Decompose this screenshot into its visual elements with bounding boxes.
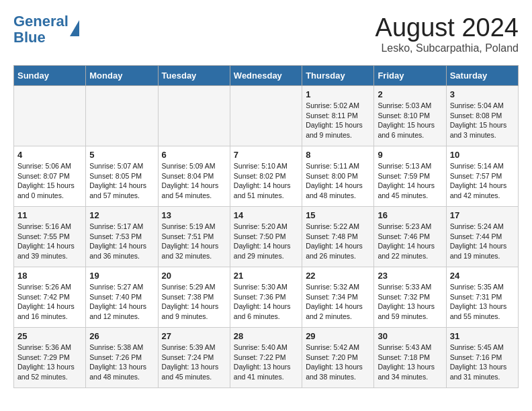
day-cell (86, 86, 158, 146)
day-number: 25 (17, 331, 82, 341)
day-cell: 12Sunrise: 5:17 AMSunset: 7:53 PMDayligh… (86, 207, 158, 267)
logo: GeneralBlue (13, 13, 79, 46)
day-cell (14, 86, 86, 146)
day-cell: 30Sunrise: 5:43 AMSunset: 7:18 PMDayligh… (374, 328, 446, 388)
day-cell: 13Sunrise: 5:19 AMSunset: 7:51 PMDayligh… (158, 207, 230, 267)
day-cell: 21Sunrise: 5:30 AMSunset: 7:36 PMDayligh… (230, 267, 302, 328)
day-cell: 17Sunrise: 5:24 AMSunset: 7:44 PMDayligh… (446, 207, 518, 267)
day-number: 10 (450, 150, 515, 160)
day-cell: 5Sunrise: 5:07 AMSunset: 8:05 PMDaylight… (86, 146, 158, 207)
weekday-friday: Friday (374, 66, 446, 86)
day-number: 21 (234, 271, 298, 281)
day-number: 31 (450, 331, 515, 341)
day-cell: 26Sunrise: 5:38 AMSunset: 7:26 PMDayligh… (86, 328, 158, 388)
day-cell: 31Sunrise: 5:45 AMSunset: 7:16 PMDayligh… (446, 328, 518, 388)
day-info: Sunrise: 5:38 AMSunset: 7:26 PMDaylight:… (89, 342, 154, 382)
weekday-sunday: Sunday (14, 66, 86, 86)
day-info: Sunrise: 5:11 AMSunset: 8:00 PMDaylight:… (306, 161, 370, 201)
day-number: 20 (162, 271, 226, 281)
day-info: Sunrise: 5:23 AMSunset: 7:46 PMDaylight:… (378, 222, 442, 261)
week-row-4: 18Sunrise: 5:26 AMSunset: 7:42 PMDayligh… (14, 267, 519, 328)
day-info: Sunrise: 5:33 AMSunset: 7:32 PMDaylight:… (378, 282, 442, 322)
weekday-monday: Monday (86, 66, 158, 86)
day-info: Sunrise: 5:06 AMSunset: 8:07 PMDaylight:… (17, 161, 82, 201)
day-cell: 4Sunrise: 5:06 AMSunset: 8:07 PMDaylight… (14, 146, 86, 207)
day-cell: 25Sunrise: 5:36 AMSunset: 7:29 PMDayligh… (14, 328, 86, 388)
month-title: August 2024 (375, 13, 519, 42)
day-info: Sunrise: 5:43 AMSunset: 7:18 PMDaylight:… (378, 342, 442, 382)
day-cell: 9Sunrise: 5:13 AMSunset: 7:59 PMDaylight… (374, 146, 446, 207)
day-number: 24 (450, 271, 515, 281)
day-info: Sunrise: 5:09 AMSunset: 8:04 PMDaylight:… (162, 161, 226, 201)
calendar-body: 1Sunrise: 5:02 AMSunset: 8:11 PMDaylight… (14, 86, 519, 388)
weekday-wednesday: Wednesday (230, 66, 302, 86)
day-info: Sunrise: 5:10 AMSunset: 8:02 PMDaylight:… (234, 161, 298, 201)
day-cell: 16Sunrise: 5:23 AMSunset: 7:46 PMDayligh… (374, 207, 446, 267)
day-cell: 22Sunrise: 5:32 AMSunset: 7:34 PMDayligh… (302, 267, 374, 328)
day-cell: 28Sunrise: 5:40 AMSunset: 7:22 PMDayligh… (230, 328, 302, 388)
day-cell: 24Sunrise: 5:35 AMSunset: 7:31 PMDayligh… (446, 267, 518, 328)
day-info: Sunrise: 5:36 AMSunset: 7:29 PMDaylight:… (17, 342, 82, 382)
day-info: Sunrise: 5:03 AMSunset: 8:10 PMDaylight:… (378, 101, 442, 140)
day-number: 15 (306, 210, 370, 220)
day-number: 26 (89, 331, 154, 341)
day-info: Sunrise: 5:02 AMSunset: 8:11 PMDaylight:… (306, 101, 370, 140)
day-number: 7 (234, 150, 298, 160)
day-info: Sunrise: 5:20 AMSunset: 7:50 PMDaylight:… (234, 222, 298, 261)
day-info: Sunrise: 5:24 AMSunset: 7:44 PMDaylight:… (450, 222, 515, 261)
day-info: Sunrise: 5:19 AMSunset: 7:51 PMDaylight:… (162, 222, 226, 261)
day-info: Sunrise: 5:45 AMSunset: 7:16 PMDaylight:… (450, 342, 515, 382)
day-info: Sunrise: 5:16 AMSunset: 7:55 PMDaylight:… (17, 222, 82, 261)
day-info: Sunrise: 5:07 AMSunset: 8:05 PMDaylight:… (89, 161, 154, 201)
day-number: 23 (378, 271, 442, 281)
day-number: 30 (378, 331, 442, 341)
week-row-2: 4Sunrise: 5:06 AMSunset: 8:07 PMDaylight… (14, 146, 519, 207)
day-number: 5 (89, 150, 154, 160)
day-cell (230, 86, 302, 146)
location: Lesko, Subcarpathia, Poland (375, 42, 519, 54)
day-info: Sunrise: 5:29 AMSunset: 7:38 PMDaylight:… (162, 282, 226, 322)
day-number: 12 (89, 210, 154, 220)
weekday-header-row: SundayMondayTuesdayWednesdayThursdayFrid… (14, 66, 519, 86)
day-number: 18 (17, 271, 82, 281)
day-cell: 11Sunrise: 5:16 AMSunset: 7:55 PMDayligh… (14, 207, 86, 267)
title-block: August 2024 Lesko, Subcarpathia, Poland (375, 13, 519, 54)
day-info: Sunrise: 5:39 AMSunset: 7:24 PMDaylight:… (162, 342, 226, 382)
day-info: Sunrise: 5:13 AMSunset: 7:59 PMDaylight:… (378, 161, 442, 201)
day-number: 6 (162, 150, 226, 160)
day-info: Sunrise: 5:14 AMSunset: 7:57 PMDaylight:… (450, 161, 515, 201)
day-number: 16 (378, 210, 442, 220)
day-info: Sunrise: 5:32 AMSunset: 7:34 PMDaylight:… (306, 282, 370, 322)
weekday-saturday: Saturday (446, 66, 518, 86)
day-info: Sunrise: 5:42 AMSunset: 7:20 PMDaylight:… (306, 342, 370, 382)
logo-text: GeneralBlue (13, 13, 69, 46)
day-cell: 15Sunrise: 5:22 AMSunset: 7:48 PMDayligh… (302, 207, 374, 267)
weekday-tuesday: Tuesday (158, 66, 230, 86)
day-info: Sunrise: 5:17 AMSunset: 7:53 PMDaylight:… (89, 222, 154, 261)
day-info: Sunrise: 5:27 AMSunset: 7:40 PMDaylight:… (89, 282, 154, 322)
day-info: Sunrise: 5:40 AMSunset: 7:22 PMDaylight:… (234, 342, 298, 382)
weekday-thursday: Thursday (302, 66, 374, 86)
day-cell: 3Sunrise: 5:04 AMSunset: 8:08 PMDaylight… (446, 86, 518, 146)
week-row-1: 1Sunrise: 5:02 AMSunset: 8:11 PMDaylight… (14, 86, 519, 146)
day-cell: 14Sunrise: 5:20 AMSunset: 7:50 PMDayligh… (230, 207, 302, 267)
day-number: 28 (234, 331, 298, 341)
calendar-table: SundayMondayTuesdayWednesdayThursdayFrid… (13, 65, 519, 388)
day-number: 29 (306, 331, 370, 341)
day-cell (158, 86, 230, 146)
day-info: Sunrise: 5:04 AMSunset: 8:08 PMDaylight:… (450, 101, 515, 140)
day-cell: 1Sunrise: 5:02 AMSunset: 8:11 PMDaylight… (302, 86, 374, 146)
day-number: 1 (306, 89, 370, 99)
day-number: 19 (89, 271, 154, 281)
logo-icon (70, 20, 79, 36)
day-number: 3 (450, 89, 515, 99)
day-cell: 7Sunrise: 5:10 AMSunset: 8:02 PMDaylight… (230, 146, 302, 207)
day-cell: 19Sunrise: 5:27 AMSunset: 7:40 PMDayligh… (86, 267, 158, 328)
day-cell: 20Sunrise: 5:29 AMSunset: 7:38 PMDayligh… (158, 267, 230, 328)
day-info: Sunrise: 5:30 AMSunset: 7:36 PMDaylight:… (234, 282, 298, 322)
day-info: Sunrise: 5:26 AMSunset: 7:42 PMDaylight:… (17, 282, 82, 322)
day-cell: 6Sunrise: 5:09 AMSunset: 8:04 PMDaylight… (158, 146, 230, 207)
day-cell: 18Sunrise: 5:26 AMSunset: 7:42 PMDayligh… (14, 267, 86, 328)
day-cell: 8Sunrise: 5:11 AMSunset: 8:00 PMDaylight… (302, 146, 374, 207)
week-row-3: 11Sunrise: 5:16 AMSunset: 7:55 PMDayligh… (14, 207, 519, 267)
